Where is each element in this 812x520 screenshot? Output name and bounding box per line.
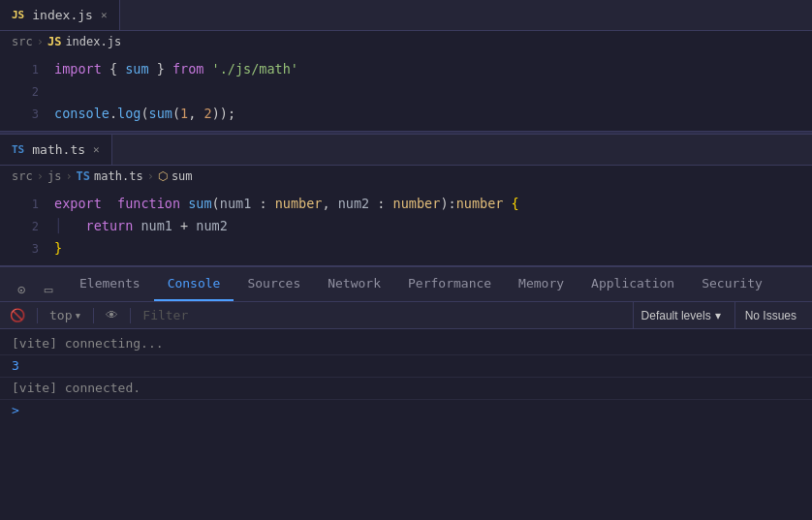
code-line-1-3: 3 console.log(sum(1, 2)); [0, 103, 812, 125]
devtools-tab-performance[interactable]: Performance [394, 267, 505, 301]
console-num-3: 3 [12, 357, 19, 375]
console-prompt-icon: > [12, 402, 19, 419]
no-issues-button[interactable]: No Issues [734, 302, 806, 328]
toolbar-sep-3 [130, 308, 131, 323]
code-line-2-2: 2 │ return num1 + num2 [0, 215, 812, 237]
bc-src: src [12, 35, 33, 48]
code-content-1-3: console.log(sum(1, 2)); [54, 103, 235, 124]
devtools-mobile-icon[interactable]: ▭ [37, 278, 60, 301]
code-line-2-1: 1 export function sum(num1 : number, num… [0, 193, 812, 215]
tab-label: index.js [32, 8, 93, 22]
code-content-2-2: │ return num1 + num2 [54, 215, 228, 236]
code-content-2-1: export function sum(num1 : number, num2 … [54, 193, 519, 214]
devtools-tab-console[interactable]: Console [154, 267, 234, 301]
ts-icon: TS [12, 143, 24, 156]
code-content-1-1: import { sum } from './js/math' [54, 58, 298, 79]
devtools-tab-application[interactable]: Application [578, 267, 688, 301]
tab-close-icon-2[interactable]: ✕ [93, 143, 100, 156]
bc-fn-name: sum [172, 169, 193, 183]
clear-console-button[interactable]: 🚫 [6, 306, 29, 324]
devtools-toolbar: 🚫 top ▾ 👁 Default levels ▾ No Issues [0, 302, 812, 329]
js-icon: JS [12, 9, 24, 21]
tab-bar-1: JS index.js ✕ [0, 0, 812, 31]
line-num-2-1: 1 [8, 194, 39, 215]
devtools-tab-security[interactable]: Security [688, 267, 776, 301]
line-num-2-3: 3 [8, 238, 39, 260]
console-line-3: [vite] connected. [0, 378, 812, 400]
breadcrumb-2: src › js › TS math.ts › ⬡ sum [0, 166, 812, 187]
console-filter-input[interactable] [139, 306, 626, 324]
code-line-1-1: 1 import { sum } from './js/math' [0, 58, 812, 80]
toolbar-sep-2 [93, 308, 94, 323]
tab-bar-2: TS math.ts ✕ [0, 135, 812, 166]
breadcrumb-1: src › JS index.js [0, 31, 812, 52]
devtools-panel: ⊙ ▭ Elements Console Sources Network Per… [0, 265, 812, 520]
console-line-1: [vite] connecting... [0, 333, 812, 355]
editor-1: JS index.js ✕ src › JS index.js 1 import… [0, 0, 812, 131]
editor-2: TS math.ts ✕ src › js › TS math.ts › ⬡ s… [0, 135, 812, 265]
bc-symbol-icon: ⬡ [158, 169, 168, 183]
levels-dropdown-icon: ▾ [715, 309, 721, 322]
code-block-1: 1 import { sum } from './js/math' 2 3 co… [0, 52, 812, 131]
line-num-1-3: 3 [8, 104, 39, 125]
devtools-icon-group: ⊙ ▭ [4, 278, 66, 301]
bc-filename-1: index.js [65, 35, 121, 48]
code-content-2-3: } [54, 237, 62, 259]
tab-label-2: math.ts [32, 142, 85, 157]
context-dropdown-icon: ▾ [74, 308, 81, 322]
bc-src-2: src [12, 169, 33, 183]
console-prompt-line[interactable]: > [0, 400, 812, 421]
code-block-2: 1 export function sum(num1 : number, num… [0, 187, 812, 265]
line-num-1-2: 2 [8, 81, 39, 103]
devtools-tab-sources[interactable]: Sources [234, 267, 314, 301]
bc-ts-icon: TS [77, 169, 90, 183]
default-levels-button[interactable]: Default levels ▾ [633, 302, 729, 328]
tab-math-ts[interactable]: TS math.ts ✕ [0, 135, 112, 165]
tab-close-icon[interactable]: ✕ [101, 9, 108, 21]
bc-js-icon: JS [47, 35, 61, 48]
bc-js-2: js [47, 169, 61, 183]
show-console-button[interactable]: 👁 [102, 306, 122, 324]
context-selector[interactable]: top ▾ [46, 306, 85, 324]
console-text-3: [vite] connected. [12, 380, 141, 397]
console-output: [vite] connecting... 3 [vite] connected.… [0, 329, 812, 520]
devtools-tab-bar: ⊙ ▭ Elements Console Sources Network Per… [0, 267, 812, 302]
devtools-tab-network[interactable]: Network [314, 267, 394, 301]
line-num-2-2: 2 [8, 216, 39, 237]
editor-area: JS index.js ✕ src › JS index.js 1 import… [0, 0, 812, 265]
code-line-1-2: 2 [0, 80, 812, 103]
devtools-tab-elements[interactable]: Elements [66, 267, 154, 301]
bc-filename-2: math.ts [94, 169, 143, 183]
line-num-1-1: 1 [8, 59, 39, 80]
devtools-cursor-icon[interactable]: ⊙ [10, 278, 33, 301]
code-content-1-2 [54, 80, 62, 102]
code-line-2-3: 3 } [0, 237, 812, 260]
toolbar-sep-1 [37, 308, 38, 323]
tab-index-js[interactable]: JS index.js ✕ [0, 0, 120, 30]
console-text-1: [vite] connecting... [12, 335, 164, 352]
console-line-2: 3 [0, 355, 812, 378]
devtools-tab-memory[interactable]: Memory [505, 267, 578, 301]
